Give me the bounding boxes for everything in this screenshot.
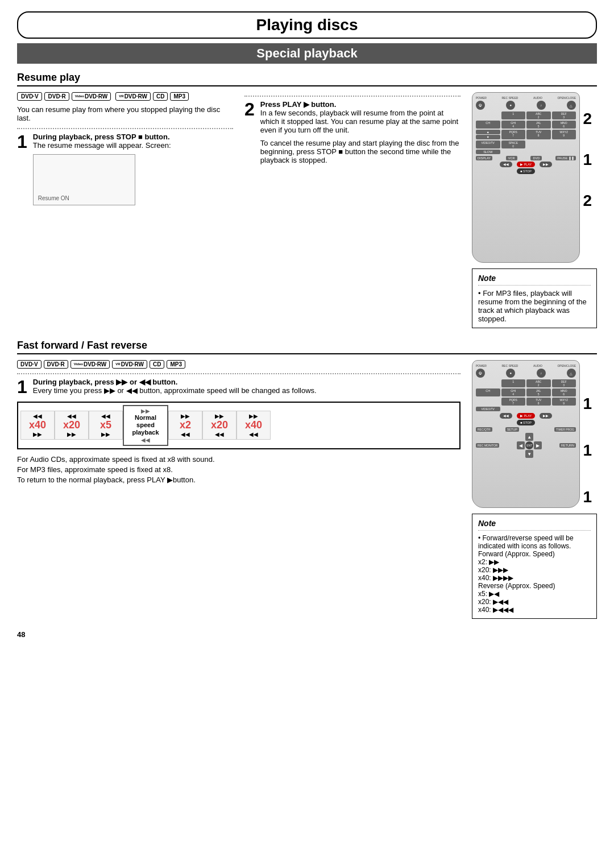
remote2-audio-btn[interactable]: ♪ xyxy=(537,369,546,378)
ff-badge-dvdrw-video: VideoDVD·RW xyxy=(70,360,110,369)
note1-title: Note xyxy=(478,274,591,283)
remote2-setup-btn[interactable]: SETUP xyxy=(505,427,519,432)
ff-step1-text: Every time you press ▶▶ or ◀◀ button, ap… xyxy=(33,386,317,395)
remote-1-btn[interactable]: 1 xyxy=(501,111,526,119)
remote2-6-btn[interactable]: MNO6 xyxy=(552,388,576,396)
remote-slow-btn[interactable]: SLOW xyxy=(476,150,500,154)
remote-step-1: 1 xyxy=(583,151,592,169)
page-container: Playing discs Special playback Resume pl… xyxy=(17,11,597,639)
remote-7-btn[interactable]: PQRS7 xyxy=(501,130,526,139)
remote-step-2b: 2 xyxy=(583,192,592,210)
remote-9-btn[interactable]: WXYZ9 xyxy=(552,130,576,139)
ff-step1-num: 1 xyxy=(17,378,27,396)
step2-title: Press PLAY ▶ button. xyxy=(260,100,460,109)
remote2-enter-btn[interactable]: ENT xyxy=(525,441,533,449)
ff-badge-dvdv: DVD·V xyxy=(17,360,42,369)
remote-pause-btn[interactable]: PAUSE ❚❚ xyxy=(555,156,576,160)
remote-ch-dn-btn[interactable]: ▼ xyxy=(476,135,500,139)
speed-item-normal: ▶▶ Normalspeedplayback ◀◀ xyxy=(123,405,168,446)
screen-box: Resume ON xyxy=(33,154,135,205)
ff-badge-mp3: MP3 xyxy=(167,360,185,369)
remote-space-btn[interactable]: SPACE0 xyxy=(501,140,526,148)
remote2-4-btn[interactable]: GHI4 xyxy=(501,388,526,396)
speed-item-x40-fwd: ▶▶ x40 ◀◀ xyxy=(237,411,271,440)
remote-2-btn[interactable]: ABC2 xyxy=(526,111,551,119)
resume-right-col: 2 Press PLAY ▶ button. In a few seconds,… xyxy=(244,92,460,328)
remote-ch-btn[interactable]: CH xyxy=(476,121,500,129)
remote-fwd-btn[interactable]: ▶▶ xyxy=(540,162,552,167)
speed-item-x20-fwd: ▶▶ x20 ◀◀ xyxy=(202,411,237,440)
note1-text: • For MP3 files, playback will resume fr… xyxy=(478,289,591,323)
remote2-recspeed-btn[interactable]: ● xyxy=(506,369,515,378)
speed-bar: ◀◀ x40 ▶▶ ◀◀ x20 ▶▶ ◀◀ x5 ▶▶ xyxy=(17,402,460,449)
remote2-play-btn[interactable]: ▶ PLAY xyxy=(517,413,535,419)
remote2-open-btn[interactable]: △ xyxy=(567,369,576,378)
ff-badge-cd: CD xyxy=(150,360,164,369)
step2-text: In a few seconds, playback will resume f… xyxy=(260,109,460,134)
ff-note1: For Audio CDs, approximate speed is fixe… xyxy=(17,455,460,464)
remote2-8-btn[interactable]: TUV8 xyxy=(526,398,551,406)
remote-open-btn[interactable]: △ xyxy=(567,101,576,110)
remote-audio-btn[interactable]: ♪ xyxy=(537,101,546,110)
remote2-1-btn[interactable]: 1 xyxy=(501,379,526,387)
remote-power-btn[interactable]: ⏻ xyxy=(476,101,485,110)
ff-remote-step-1a: 1 xyxy=(583,395,592,413)
remote2-left-btn[interactable]: ◀ xyxy=(517,441,525,449)
remote2-down-btn[interactable]: ▼ xyxy=(525,450,533,458)
section-title: Special playback xyxy=(17,43,597,64)
ff-note-text: • Forward/reverse speed will be indicate… xyxy=(478,534,591,614)
remote-step-2: 2 xyxy=(583,110,592,128)
remote-right-panel: POWER REC SPEED AUDIO OPEN/CLOSE ⏻ ● ♪ △ xyxy=(472,92,597,328)
remote2-recqtr-btn[interactable]: REC/QTR xyxy=(476,427,492,432)
remote2-3-btn[interactable]: DEF3 xyxy=(552,379,576,387)
remote-8-btn[interactable]: TUV8 xyxy=(526,130,551,139)
remote-5-btn[interactable]: JKL5 xyxy=(526,121,551,129)
remote2-2-btn[interactable]: ABC2 xyxy=(526,379,551,387)
remote2-9-btn[interactable]: WXYZ9 xyxy=(552,398,576,406)
remote-ch-up-btn[interactable]: ▲ xyxy=(476,130,500,134)
remote-3-btn[interactable]: DEF3 xyxy=(552,111,576,119)
badge-mp3: MP3 xyxy=(170,92,189,101)
speed-item-x2: ▶▶ x2 ◀◀ xyxy=(168,411,202,440)
remote-6-btn[interactable]: MNO6 xyxy=(552,121,576,129)
remote2-stop-btn[interactable]: ■ STOP xyxy=(517,420,535,425)
remote2-videotv-btn[interactable]: VIDEO/TV xyxy=(476,407,500,411)
remote-stop-btn[interactable]: ■ STOP xyxy=(517,168,535,174)
remote2-5-btn[interactable]: JKL5 xyxy=(526,388,551,396)
step2-number: 2 xyxy=(244,100,255,118)
badge-cd: CD xyxy=(153,92,168,101)
remote2-return-btn[interactable]: RETURN xyxy=(559,443,576,448)
resume-play-section: Resume play DVD·V DVD·R VideoDVD·RW VRDV… xyxy=(17,72,597,328)
resume-play-title: Resume play xyxy=(17,72,597,86)
remote2-power-btn[interactable]: ⏻ xyxy=(476,369,485,378)
ff-badge-vr: VRDVD·RW xyxy=(112,360,147,369)
remote-4-btn[interactable]: GHI4 xyxy=(501,121,526,129)
remote-dvd-btn[interactable]: DVD xyxy=(530,156,542,160)
remote2-7-btn[interactable]: PQRS7 xyxy=(501,398,526,406)
remote2-fwd-btn[interactable]: ▶▶ xyxy=(540,413,552,419)
speed-item-x20-rev: ◀◀ x20 ▶▶ xyxy=(55,411,89,440)
remote-play-btn[interactable]: ▶ PLAY xyxy=(517,162,535,167)
remote2-recmon-btn[interactable]: REC MONITOR xyxy=(476,443,499,448)
remote2-up-btn[interactable]: ▲ xyxy=(525,433,533,441)
badge-vr: VRDVD·RW xyxy=(115,92,151,101)
step1-dotted xyxy=(17,128,233,129)
badge-dvdrw-video: VideoDVD·RW xyxy=(72,92,111,101)
remote-display-btn[interactable]: DISPLAY xyxy=(476,156,492,160)
remote2-ch-btn[interactable]: CH xyxy=(476,388,500,396)
remote2-timerprog-btn[interactable]: TIMER PROG xyxy=(554,427,576,432)
step2-dotted xyxy=(244,96,460,97)
remote2-rew-btn[interactable]: ◀◀ xyxy=(500,413,512,419)
page-title: Playing discs xyxy=(17,11,597,39)
fast-forward-title: Fast forward / Fast reverse xyxy=(17,340,597,354)
ff-right-panel: POWER REC SPEED AUDIO OPEN/CLOSE ⏻ ● ♪ △… xyxy=(472,360,597,619)
remote-rew-btn[interactable]: ◀◀ xyxy=(500,162,512,167)
ff-note-title: Note xyxy=(478,519,591,528)
remote-recspeed-btn[interactable]: ● xyxy=(506,101,515,110)
remote-videotv-btn[interactable]: VIDEO/TV xyxy=(476,140,500,148)
screen-resume-label: Resume ON xyxy=(38,195,69,201)
remote-vcr-btn[interactable]: VCR xyxy=(506,156,517,160)
fast-forward-section: Fast forward / Fast reverse DVD·V DVD·R … xyxy=(17,340,597,619)
remote2-right-btn[interactable]: ▶ xyxy=(534,441,542,449)
resume-badges: DVD·V DVD·R VideoDVD·RW VRDVD·RW CD MP3 xyxy=(17,92,233,101)
